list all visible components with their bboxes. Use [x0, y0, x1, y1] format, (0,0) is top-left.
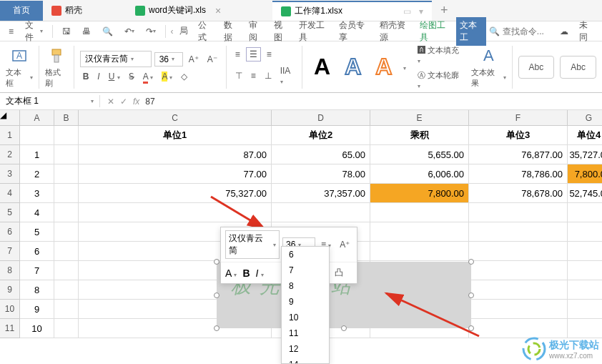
- cell[interactable]: [568, 242, 602, 261]
- valign-bot-icon[interactable]: ⊥: [262, 69, 275, 82]
- cell[interactable]: [54, 222, 79, 242]
- strike-button[interactable]: S̶: [126, 70, 137, 83]
- cell[interactable]: [370, 242, 469, 261]
- confirm-icon[interactable]: ✓: [120, 97, 127, 107]
- menu-member[interactable]: 会员专享: [335, 17, 372, 46]
- menu-formula[interactable]: 公式: [194, 17, 217, 46]
- row-header[interactable]: 3: [0, 164, 20, 184]
- print-icon[interactable]: 🖶: [78, 24, 95, 39]
- col-header[interactable]: F: [469, 110, 568, 126]
- window-icon[interactable]: ▭: [403, 6, 411, 16]
- shape-style1[interactable]: Abc: [518, 56, 555, 79]
- italic-button[interactable]: I: [94, 70, 102, 83]
- cell[interactable]: 4: [20, 203, 54, 222]
- cell[interactable]: [54, 164, 79, 184]
- tab-doke[interactable]: 稻壳: [43, 1, 91, 21]
- cell[interactable]: 7,800.0: [568, 164, 602, 184]
- cell[interactable]: 78,678.00: [469, 184, 568, 203]
- cell[interactable]: [54, 184, 79, 203]
- cancel-icon[interactable]: ✕: [107, 97, 114, 107]
- size-option[interactable]: 8: [282, 278, 329, 294]
- cell[interactable]: [54, 242, 79, 261]
- cell[interactable]: 8: [20, 280, 54, 300]
- size-option[interactable]: 11: [282, 325, 329, 341]
- cell[interactable]: [469, 203, 568, 222]
- redo-icon[interactable]: ↷ ▾: [142, 24, 160, 39]
- fx-icon[interactable]: fx: [133, 97, 139, 107]
- style-a1[interactable]: A: [308, 54, 336, 80]
- cell[interactable]: 乘积: [370, 126, 469, 145]
- cell[interactable]: [469, 242, 568, 261]
- cell[interactable]: [54, 145, 79, 164]
- menu-layout[interactable]: 局: [176, 23, 192, 39]
- font-color-button[interactable]: A ▾: [140, 70, 157, 83]
- valign-mid-icon[interactable]: ≡: [248, 69, 259, 82]
- cell[interactable]: 3: [20, 184, 54, 203]
- row-header[interactable]: 9: [0, 280, 20, 300]
- cloud-icon[interactable]: ☁: [556, 24, 573, 39]
- cell[interactable]: [370, 222, 469, 242]
- menu-data[interactable]: 数据: [220, 17, 242, 46]
- menu-review[interactable]: 审阅: [245, 17, 267, 46]
- cell[interactable]: 单位3: [469, 126, 568, 145]
- style-a2[interactable]: A: [339, 54, 367, 80]
- col-header[interactable]: C: [79, 110, 272, 126]
- size-option[interactable]: 10: [282, 310, 329, 325]
- menu-text-tool[interactable]: 文本工: [456, 17, 486, 46]
- col-header[interactable]: D: [272, 110, 370, 126]
- cell[interactable]: 78.00: [272, 164, 370, 184]
- command-search[interactable]: 🔍: [489, 26, 546, 36]
- menu-draw[interactable]: 绘图工具: [416, 17, 453, 46]
- cell[interactable]: [568, 261, 602, 280]
- align-center-icon[interactable]: ☰: [246, 47, 261, 62]
- cell[interactable]: [370, 203, 469, 222]
- cell[interactable]: 单位2: [272, 126, 370, 145]
- text-outline-button[interactable]: Ⓐ 文本轮廓 ▾: [415, 69, 465, 91]
- row-header[interactable]: 2: [0, 145, 20, 164]
- format-painter[interactable]: 格式刷: [45, 46, 68, 89]
- cell[interactable]: [568, 222, 602, 242]
- size-option[interactable]: 9: [282, 294, 329, 310]
- col-header[interactable]: G: [568, 110, 602, 126]
- valign-top-icon[interactable]: ⊤: [232, 69, 245, 82]
- size-option[interactable]: 14: [282, 357, 329, 364]
- cell[interactable]: [54, 280, 79, 300]
- text-fill-button[interactable]: 🅰 文本填充 ▾: [415, 44, 465, 66]
- cell[interactable]: 6: [20, 242, 54, 261]
- row-header[interactable]: 1: [0, 126, 20, 145]
- col-header[interactable]: B: [54, 110, 79, 126]
- cell[interactable]: 单位4: [568, 126, 602, 145]
- cell[interactable]: 单位1: [79, 126, 272, 145]
- menu-resource[interactable]: 稻壳资源: [376, 17, 413, 46]
- select-all-corner[interactable]: ◢: [0, 110, 20, 126]
- cell[interactable]: 6,006.00: [370, 164, 469, 184]
- clear-format-icon[interactable]: ◇: [178, 70, 190, 83]
- align-right-icon[interactable]: ≡: [264, 48, 275, 61]
- file-menu[interactable]: 文件 ▾: [21, 17, 47, 46]
- row-header[interactable]: 5: [0, 203, 20, 222]
- cell[interactable]: 37,357.00: [272, 184, 370, 203]
- cell[interactable]: [469, 261, 568, 280]
- cell[interactable]: 76,877.00: [469, 145, 568, 164]
- cell[interactable]: [568, 203, 602, 222]
- bold-button[interactable]: B: [80, 70, 92, 83]
- cell[interactable]: [469, 222, 568, 242]
- font-size-select[interactable]: 36▾: [154, 52, 183, 67]
- cell[interactable]: 35,727.0: [568, 145, 602, 164]
- cell[interactable]: 52,745.0: [568, 184, 602, 203]
- preview-icon[interactable]: 🔍: [98, 24, 117, 39]
- cell[interactable]: 5: [20, 222, 54, 242]
- cell[interactable]: 77.00: [79, 164, 272, 184]
- underline-button[interactable]: U ▾: [106, 70, 123, 83]
- cell[interactable]: [54, 126, 79, 145]
- cell[interactable]: 65.00: [272, 145, 370, 164]
- col-header[interactable]: E: [370, 110, 469, 126]
- style-a3[interactable]: A: [370, 54, 398, 80]
- text-effect-button[interactable]: A 文本效果 ▾: [471, 46, 505, 89]
- cell[interactable]: 5,655.00: [370, 145, 469, 164]
- row-header[interactable]: 10: [0, 300, 20, 319]
- font-size-dropdown[interactable]: 678910111214: [281, 246, 330, 364]
- cell[interactable]: [54, 319, 79, 338]
- cell[interactable]: [568, 319, 602, 338]
- cell[interactable]: [272, 203, 370, 222]
